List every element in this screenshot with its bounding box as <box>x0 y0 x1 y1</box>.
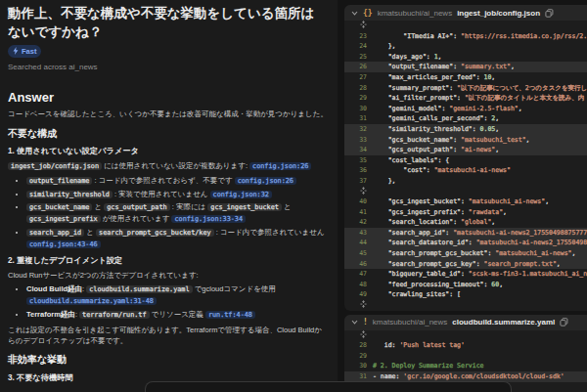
text-segment: 不要な構成 <box>8 128 57 139</box>
text-segment: が使用されています <box>101 214 172 223</box>
file-name: ingest_job/config.json <box>457 9 540 18</box>
code-line: 45 "search_prompt_gcs_bucket": "matsubuc… <box>344 248 587 259</box>
text-segment: 3. 不要な待機時間 <box>8 373 73 382</box>
line-number: 35 <box>344 155 373 166</box>
text-segment: Terraform経由 <box>26 310 75 319</box>
code-line: 29 <box>344 351 587 362</box>
fold-row <box>344 187 587 197</box>
code-line-text: "search_location": "global", <box>373 217 495 228</box>
code-line: 47 "bigquery_table_id": "scsk-ms-fin3-1.… <box>344 269 587 280</box>
code-line: 42 "search_location": "global", <box>344 217 587 228</box>
code-panel: {}kmatsubuchi/ai_newsingest_job/config.j… <box>338 0 587 392</box>
text-segment: : 実際には <box>170 202 208 211</box>
text-segment: 2. 重複したデプロイメント設定 <box>8 256 122 265</box>
code-line: 30# 2. Deploy Summarize Service <box>344 361 587 371</box>
file-reference-link[interactable]: cloudbuild.summarize.yaml:31-48 <box>26 297 157 305</box>
fold-indicator-icon[interactable] <box>344 187 373 197</box>
code-block: {}kmatsubuchi/ai_newsingest_job/config.j… <box>344 5 587 311</box>
fold-indicator-icon[interactable] <box>344 300 373 311</box>
line-number: 44 <box>344 238 373 248</box>
line-number: 28 <box>344 340 373 351</box>
text-segment: 1. 使用されていない設定パラメータ <box>8 147 139 155</box>
code-line-text: "gcs_ingest_bucket": "matsubuchi_ai-news… <box>373 196 549 207</box>
inline-code: terraform/run.tf <box>79 311 149 319</box>
copy-icon[interactable] <box>560 318 568 327</box>
file-type-icon: ! <box>363 318 368 327</box>
chat-panel: 動作上、不要な構成や不要な挙動をしている箇所はないですかね？ Fast Sear… <box>0 0 338 392</box>
code-line: 33 "gcs_bucket_name": "matsubuchi_test", <box>344 135 587 146</box>
list-item: search_app_id と search_prompt_gcs_bucket… <box>26 227 329 250</box>
line-number: 29 <box>344 93 373 104</box>
line-number: 29 <box>344 351 373 362</box>
line-number: 28 <box>344 83 373 94</box>
file-reference-link[interactable]: config.json:33-34 <box>171 215 246 223</box>
chevron-down-icon[interactable] <box>351 320 358 325</box>
section-heading: 非効率な挙動 <box>8 353 329 367</box>
code-block-header: {}kmatsubuchi/ai_newsingest_job/config.j… <box>344 5 587 21</box>
code-line-text: "gemini_model": "gemini-2.5-flash", <box>373 104 522 114</box>
code-line: 28 id: 'Push latest tag' <box>344 340 587 351</box>
code-line: 40 "gcs_ingest_bucket": "matsubuchi_ai-n… <box>344 196 587 207</box>
text-segment: と <box>84 228 96 237</box>
fold-indicator-icon[interactable] <box>344 330 373 341</box>
code-line: 31- name: 'gcr.io/google.com/cloudsdktoo… <box>344 371 587 382</box>
code-line-text: "days_ago": 1, <box>373 52 441 63</box>
fold-row <box>344 21 587 31</box>
floating-input-box[interactable] <box>145 381 512 392</box>
file-reference-link[interactable]: config.json:26 <box>249 162 311 170</box>
code-line-text: "gcs_ingest_prefix": "rawdata", <box>373 207 507 218</box>
code-line-text: "feed_processing_timeout": 60, <box>373 280 503 290</box>
text-segment: と <box>92 202 104 211</box>
code-line: 35 "cost_labels": { <box>344 155 587 166</box>
code-line-text: # 2. Deploy Summarize Service <box>373 361 484 371</box>
answer-paragraph: Cloud Runサービスが2つの方法でデプロイされています: <box>8 270 329 281</box>
code-line-text: "max_articles_per_feed": 10, <box>373 72 495 83</box>
copy-icon[interactable] <box>545 9 554 18</box>
answer-list: Cloud Build経由: cloudbuild.summarize.yaml… <box>8 283 329 321</box>
code-line: 43 "search_app_id": "matsubuchi-ai-news2… <box>344 228 587 239</box>
section-heading: 2. 重複したデプロイメント設定 <box>8 255 329 266</box>
code-line: 46 "search_prompt_gcs_key": "search_prom… <box>344 259 587 270</box>
inline-code: similarity_threshold <box>26 191 113 198</box>
file-reference-link[interactable]: config.json:32 <box>210 191 272 198</box>
text-segment: でgcloudコマンドを使用 <box>193 284 276 293</box>
list-item: output_filename : コード内で参照されておらず、不要です con… <box>26 175 329 187</box>
file-reference-link[interactable]: config.json:43-46 <box>26 240 101 248</box>
line-number: 36 <box>344 165 373 176</box>
code-line-text: "search_prompt_gcs_bucket": "matsubuchi_… <box>373 248 575 259</box>
lightning-icon <box>13 47 19 55</box>
code-line-text: "gcs_bucket_name": "matsubuchi_test", <box>373 135 529 146</box>
code-block-header: !kmatsubuchi/ai_newscloudbuild.summarize… <box>344 315 587 330</box>
repo-name: kmatsubuchi/ai_news <box>373 318 447 327</box>
line-number: 23 <box>344 31 373 42</box>
inline-code: gcs_output_path <box>104 203 169 211</box>
answer-heading: Answer <box>8 90 329 105</box>
section-heading: 不要な構成 <box>8 127 329 141</box>
inline-code: cloudbuild.summarize.yaml <box>86 285 192 293</box>
code-line-text: "bigquery_table_id": "scsk-ms-fin3-1.mat… <box>373 269 587 280</box>
answer-paragraph: ingest_job/config.json には使用されていない設定が複数あり… <box>8 160 329 172</box>
code-line-text: "ai_filter_prompt": "以下の記事のタイトルと本文を読み、内 <box>373 93 584 104</box>
code-line: 24 }, <box>344 41 587 52</box>
line-number: 27 <box>344 72 373 83</box>
code-line: 48 "feed_processing_timeout": 60, <box>344 280 587 290</box>
line-number: 30 <box>344 361 373 371</box>
line-number: 34 <box>344 145 373 155</box>
line-number: 33 <box>344 135 373 146</box>
code-line-text: "cost": "matsubuchi-ai-news" <box>373 165 511 176</box>
code-line-text: "search_prompt_gcs_key": "search_prompt.… <box>373 259 561 270</box>
user-question: 動作上、不要な構成や不要な挙動をしている箇所はないですかね？ <box>8 4 323 41</box>
inline-code: ingest_job/config.json <box>8 162 102 170</box>
text-segment: Cloud Build経由 <box>26 284 82 293</box>
file-reference-link[interactable]: config.json:26 <box>235 177 296 185</box>
inline-code: output_filename <box>26 177 92 185</box>
chevron-down-icon[interactable] <box>351 11 358 16</box>
code-line: 49 "crawling_sites": [ <box>344 289 587 300</box>
file-reference-link[interactable]: run.tf:4-48 <box>205 311 255 319</box>
list-item: gcs_bucket_name と gcs_output_path : 実際には… <box>26 201 329 225</box>
code-line: 26 "output_filename": "summary.txt", <box>344 62 587 72</box>
list-item: similarity_threshold : 実装で使用されていません conf… <box>26 189 329 200</box>
code-line-text: - name: 'gcr.io/google.com/cloudsdktool/… <box>373 371 564 382</box>
fold-indicator-icon[interactable] <box>344 21 373 31</box>
text-segment: コードベースを確認したところ、いくつか不要または改善可能な構成・挙動が見つかりま… <box>8 109 328 118</box>
